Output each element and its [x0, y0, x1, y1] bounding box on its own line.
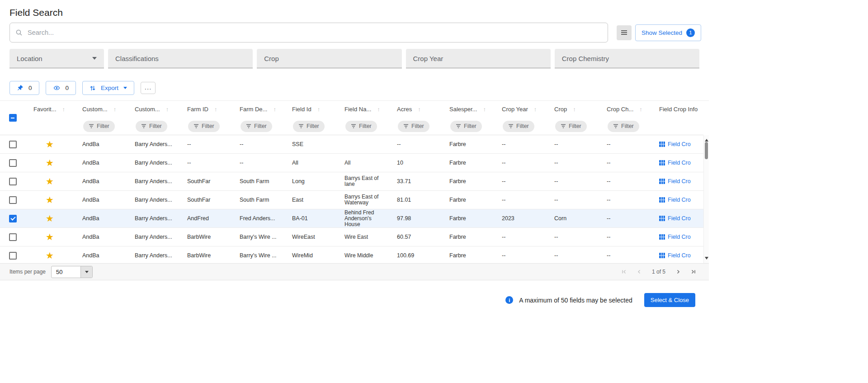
row-checkbox[interactable]: [9, 141, 17, 148]
watch-count-button[interactable]: 0: [46, 81, 76, 95]
cell-customer-name: Barry Anders...: [127, 234, 179, 240]
field-crop-info-link[interactable]: Field Cro: [668, 141, 691, 147]
favorite-star-icon[interactable]: ★: [46, 214, 54, 223]
filter-list-icon: [403, 124, 409, 128]
table-row[interactable]: ★ AndBa Barry Anders... BarbWire Barry's…: [0, 246, 703, 263]
column-header[interactable]: Field Na... ↑: [336, 101, 389, 118]
filter-chip[interactable]: Filter: [608, 121, 639, 132]
cell-acres: 81.01: [389, 197, 441, 203]
scrollbar-thumb[interactable]: [705, 142, 708, 159]
field-crop-info-link[interactable]: Field Cro: [668, 160, 691, 166]
column-header[interactable]: Custom... ↑: [74, 101, 127, 118]
crop-filter-label: Crop: [264, 55, 279, 62]
select-all-checkbox[interactable]: [9, 114, 17, 122]
screen: Field Search Show Selected 1 Loc: [0, 0, 868, 383]
vertical-scrollbar[interactable]: [703, 135, 709, 263]
column-header[interactable]: Field Crop Info ↑: [651, 101, 703, 118]
favorite-star-icon[interactable]: ★: [46, 158, 54, 167]
row-checkbox[interactable]: [9, 233, 17, 241]
location-filter-select[interactable]: Location: [9, 49, 104, 68]
field-crop-info-link[interactable]: Field Cro: [668, 197, 691, 203]
cell-customer-name: Barry Anders...: [127, 160, 179, 166]
row-checkbox[interactable]: [9, 252, 17, 260]
next-page-button[interactable]: [672, 265, 684, 278]
cell-crop-year: --: [494, 197, 546, 203]
chevron-right-icon: [675, 269, 681, 275]
favorite-star-icon[interactable]: ★: [46, 140, 54, 149]
field-crop-info-link[interactable]: Field Cro: [668, 178, 691, 184]
row-checkbox[interactable]: [9, 178, 17, 185]
column-header[interactable]: Field Id ↑: [284, 101, 336, 118]
table-row[interactable]: ★ AndBa Barry Anders... AndFred Fred And…: [0, 209, 703, 228]
cell-field-id: SSE: [284, 141, 336, 147]
column-filter-cell: Filter: [441, 118, 494, 135]
table-row[interactable]: ★ AndBa Barry Anders... BarbWire Barry's…: [0, 228, 703, 246]
filter-chip[interactable]: Filter: [293, 121, 325, 132]
favorite-star-icon[interactable]: ★: [46, 177, 54, 186]
field-crop-info-link[interactable]: Field Cro: [668, 215, 691, 222]
table-row[interactable]: ★ AndBa Barry Anders... SouthFar South F…: [0, 172, 703, 191]
column-header[interactable]: Crop Year ↑: [494, 101, 546, 118]
filter-list-icon: [456, 124, 461, 128]
crop-filter-select[interactable]: Crop: [257, 49, 401, 68]
cell-farm-id: AndFred: [179, 215, 231, 222]
column-header[interactable]: Farm ID ↑: [179, 101, 231, 118]
cell-farm-id: SouthFar: [179, 178, 231, 184]
cell-crop-chemistry: --: [599, 160, 651, 166]
favorite-star-icon[interactable]: ★: [46, 251, 54, 260]
scroll-up-icon[interactable]: [705, 137, 708, 142]
column-header[interactable]: Salesper... ↑: [441, 101, 494, 118]
cell-farm-description: --: [231, 141, 284, 147]
previous-page-button[interactable]: [633, 265, 646, 278]
filter-list-icon: [89, 124, 94, 128]
show-selected-button[interactable]: Show Selected 1: [635, 24, 701, 41]
filter-chip[interactable]: Filter: [450, 121, 482, 132]
column-header[interactable]: Acres ↑: [389, 101, 441, 118]
filter-chip[interactable]: Filter: [241, 121, 272, 132]
pin-count-button[interactable]: 0: [9, 81, 39, 95]
row-checkbox[interactable]: [9, 159, 17, 167]
table-row[interactable]: ★ AndBa Barry Anders... SouthFar South F…: [0, 191, 703, 209]
sort-arrow-icon: ↑: [273, 106, 276, 113]
column-header[interactable]: Favorit... ↑: [25, 101, 74, 118]
crop-year-filter-select[interactable]: Crop Year: [406, 49, 551, 68]
export-button[interactable]: Export: [82, 81, 134, 95]
first-page-button[interactable]: [618, 265, 630, 278]
column-header-label: Field Id: [292, 106, 311, 113]
field-crop-info-link[interactable]: Field Cro: [668, 234, 691, 240]
search-input[interactable]: [27, 28, 602, 37]
filter-chip[interactable]: Filter: [398, 121, 429, 132]
favorite-star-icon[interactable]: ★: [46, 232, 54, 241]
more-options-button[interactable]: ...: [141, 82, 156, 94]
cell-farm-description: South Farm: [231, 197, 284, 203]
favorite-cell: ★: [25, 177, 74, 186]
column-header[interactable]: Custom... ↑: [127, 101, 179, 118]
filter-chip[interactable]: Filter: [136, 121, 167, 132]
column-header[interactable]: Crop Ch... ↑: [599, 101, 651, 118]
classifications-filter-select[interactable]: Classifications: [108, 49, 253, 68]
select-and-close-button[interactable]: Select & Close: [644, 293, 695, 307]
column-header[interactable]: Farm De... ↑: [231, 101, 284, 118]
column-header[interactable]: Crop ↑: [546, 101, 599, 118]
cell-acres: 33.71: [389, 178, 441, 184]
row-checkbox[interactable]: [9, 196, 17, 204]
column-settings-button[interactable]: [617, 25, 632, 40]
filter-chip[interactable]: Filter: [188, 121, 220, 132]
table-row[interactable]: ★ AndBa Barry Anders... -- -- SSE -- Far…: [0, 135, 703, 154]
filter-list-icon: [246, 124, 251, 128]
cell-field-crop-info: Field Cro: [651, 160, 703, 166]
filter-chip[interactable]: Filter: [555, 121, 587, 132]
table-row[interactable]: ★ AndBa Barry Anders... -- -- All All 10…: [0, 154, 703, 172]
filter-chip[interactable]: Filter: [83, 121, 115, 132]
column-header-label: Field Crop Info: [659, 106, 698, 113]
last-page-button[interactable]: [687, 265, 700, 278]
crop-chemistry-filter-select[interactable]: Crop Chemistry: [555, 49, 699, 68]
row-checkbox[interactable]: [9, 215, 17, 222]
filter-chip[interactable]: Filter: [503, 121, 534, 132]
scroll-down-icon[interactable]: [705, 257, 708, 261]
field-crop-info-link[interactable]: Field Cro: [668, 252, 691, 259]
favorite-star-icon[interactable]: ★: [46, 195, 54, 204]
items-per-page-select[interactable]: 50: [51, 266, 93, 278]
filter-chip[interactable]: Filter: [345, 121, 377, 132]
cell-salesperson: Farbre: [441, 178, 494, 184]
